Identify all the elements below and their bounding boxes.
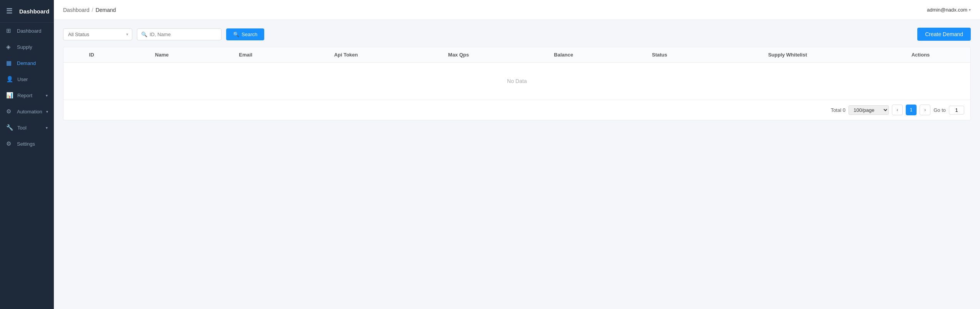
report-icon: 📊 xyxy=(6,92,13,99)
pagination: Total 0 10/page20/page50/page100/page ‹ … xyxy=(63,100,970,120)
search-input-wrap: 🔍 xyxy=(137,28,222,40)
status-filter-wrapper: All StatusActiveInactive ▾ xyxy=(63,28,132,40)
table-container: IDNameEmailApi TokenMax QpsBalanceStatus… xyxy=(63,47,971,120)
breadcrumb-separator: / xyxy=(92,7,93,13)
sidebar-item-label: Settings xyxy=(17,141,35,147)
prev-page-button[interactable]: ‹ xyxy=(892,105,903,115)
no-data-row: No Data xyxy=(63,63,970,100)
sidebar-item-label: Supply xyxy=(17,44,32,50)
sidebar-item-label: Dashboard xyxy=(17,28,42,34)
chevron-down-icon: ▾ xyxy=(969,8,971,12)
page-size-select[interactable]: 10/page20/page50/page100/page xyxy=(848,105,889,115)
supply-icon: ◈ xyxy=(6,43,13,50)
col-supply-whitelist: Supply Whitelist xyxy=(704,47,871,63)
sidebar-item-label: Report xyxy=(17,93,32,98)
breadcrumb-home: Dashboard xyxy=(63,7,90,13)
current-page-button[interactable]: 1 xyxy=(906,105,917,115)
settings-icon: ⚙ xyxy=(6,140,13,147)
col-email: Email xyxy=(204,47,287,63)
search-icon: 🔍 xyxy=(233,32,239,37)
chevron-down-icon: ▾ xyxy=(46,110,48,114)
col-max-qps: Max Qps xyxy=(405,47,512,63)
next-page-button[interactable]: › xyxy=(920,105,930,115)
search-button[interactable]: 🔍 Search xyxy=(226,28,264,40)
tool-icon: 🔧 xyxy=(6,124,13,131)
sidebar-item-label: Tool xyxy=(17,125,27,131)
chevron-down-icon: ▾ xyxy=(46,126,48,130)
create-demand-label: Create Demand xyxy=(925,31,963,37)
user-icon: 👤 xyxy=(6,76,13,83)
status-filter[interactable]: All StatusActiveInactive xyxy=(63,28,132,40)
create-demand-button[interactable]: Create Demand xyxy=(917,28,971,41)
toolbar: All StatusActiveInactive ▾ 🔍 🔍 Search Cr… xyxy=(63,28,971,41)
topbar: Dashboard / Demand admin@nadx.com ▾ xyxy=(54,0,980,20)
hamburger-icon[interactable]: ☰ xyxy=(6,7,12,15)
table-header: IDNameEmailApi TokenMax QpsBalanceStatus… xyxy=(63,47,970,63)
sidebar-item-tool[interactable]: 🔧 Tool ▾ xyxy=(0,120,54,136)
sidebar-item-supply[interactable]: ◈ Supply xyxy=(0,39,54,55)
col-name: Name xyxy=(120,47,204,63)
sidebar-item-demand[interactable]: ▦ Demand xyxy=(0,55,54,71)
sidebar-item-label: Demand xyxy=(17,60,36,66)
user-email: admin@nadx.com xyxy=(927,7,967,13)
total-label: Total 0 xyxy=(831,107,845,113)
sidebar-title: Dashboard xyxy=(19,8,49,15)
sidebar-item-label: Automation xyxy=(17,109,42,115)
chevron-down-icon: ▾ xyxy=(46,93,48,98)
col-balance: Balance xyxy=(512,47,615,63)
col-actions: Actions xyxy=(871,47,970,63)
sidebar-item-dashboard[interactable]: ⊞ Dashboard xyxy=(0,23,54,39)
goto-label: Go to xyxy=(933,107,946,113)
search-input[interactable] xyxy=(150,29,217,40)
sidebar: ☰ Dashboard ⊞ Dashboard ◈ Supply ▦ Deman… xyxy=(0,0,54,309)
search-icon: 🔍 xyxy=(141,32,147,37)
goto-input[interactable] xyxy=(949,106,964,115)
demand-icon: ▦ xyxy=(6,60,13,66)
main-content: Dashboard / Demand admin@nadx.com ▾ All … xyxy=(54,0,980,309)
user-menu[interactable]: admin@nadx.com ▾ xyxy=(927,7,971,13)
col-api-token: Api Token xyxy=(287,47,405,63)
sidebar-item-user[interactable]: 👤 User xyxy=(0,71,54,87)
sidebar-item-settings[interactable]: ⚙ Settings xyxy=(0,136,54,152)
no-data-cell: No Data xyxy=(63,63,970,100)
content-area: All StatusActiveInactive ▾ 🔍 🔍 Search Cr… xyxy=(54,20,980,309)
sidebar-item-report[interactable]: 📊 Report ▾ xyxy=(0,87,54,103)
sidebar-item-label: User xyxy=(17,76,28,82)
sidebar-item-automation[interactable]: ⚙ Automation ▾ xyxy=(0,103,54,120)
col-status: Status xyxy=(615,47,704,63)
dashboard-icon: ⊞ xyxy=(6,27,13,34)
search-button-label: Search xyxy=(242,32,257,37)
demand-table: IDNameEmailApi TokenMax QpsBalanceStatus… xyxy=(63,47,970,100)
breadcrumb-current: Demand xyxy=(95,7,116,13)
sidebar-logo: ☰ Dashboard xyxy=(0,0,54,23)
col-id: ID xyxy=(63,47,120,63)
breadcrumb: Dashboard / Demand xyxy=(63,7,116,13)
automation-icon: ⚙ xyxy=(6,108,13,115)
